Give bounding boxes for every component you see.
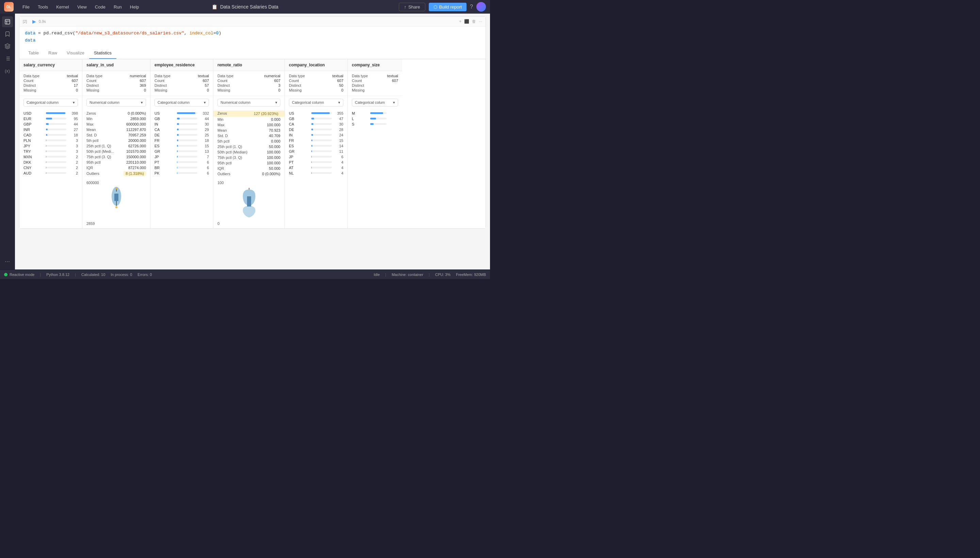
delete-cell-icon[interactable]: 🗑 bbox=[472, 19, 476, 24]
type-badge-remote-ratio[interactable]: Numerical column▾ bbox=[217, 98, 281, 107]
cell-header: [2] ▶ 0.9s + ⬛ 🗑 ··· bbox=[20, 17, 486, 26]
build-report-button[interactable]: ⬡ Build report bbox=[429, 3, 466, 11]
col-meta-company-location: Data typetextual Count607 Distinct50 Mis… bbox=[285, 71, 347, 96]
stat-min: Min2859.000 bbox=[82, 116, 150, 121]
add-cell-icon[interactable]: + bbox=[459, 19, 461, 24]
col-values-company-location: US355 GB47 CA30 DE28 IN24 FR15 ES14 GR11… bbox=[285, 109, 347, 177]
sidebar-icon-pages[interactable] bbox=[2, 16, 13, 27]
output-tabs: Table Raw Visualize Statistics bbox=[20, 48, 486, 59]
notebook-icon: 📋 bbox=[212, 4, 217, 10]
svg-rect-16 bbox=[247, 196, 251, 207]
share-icon: ↑ bbox=[404, 5, 406, 10]
col-meta-remote-ratio: Data typenumerical Count607 Distinct3 Mi… bbox=[213, 71, 284, 96]
exec-time: 0.9s bbox=[39, 20, 46, 23]
val-row-gbp: GBP 44 bbox=[20, 121, 82, 127]
col-header-employee-residence: employee_residence bbox=[150, 59, 213, 71]
stat-zeros-remote: Zeros127 (20.923%) bbox=[213, 111, 284, 117]
val-row-cad: CAD 18 bbox=[20, 132, 82, 138]
code-area[interactable]: data = pd.read_csv("/data/new_s3_datasou… bbox=[20, 26, 486, 48]
reactive-mode-indicator[interactable]: Reactive mode bbox=[4, 272, 34, 277]
sidebar-icon-more[interactable]: ··· bbox=[2, 256, 13, 267]
sidebar-icon-variable[interactable]: (x) bbox=[2, 65, 13, 76]
svg-rect-11 bbox=[114, 194, 118, 201]
menu-file[interactable]: File bbox=[19, 3, 33, 11]
violin-remote-ratio: 100 0 bbox=[213, 178, 284, 228]
stats-container: salary_currency Data typetextual Count60… bbox=[20, 59, 486, 228]
stat-max: Max600000.000 bbox=[82, 121, 150, 127]
val-row-cny: CNY 2 bbox=[20, 165, 82, 171]
stats-col-employee-residence: employee_residence Data typetextual Coun… bbox=[150, 59, 213, 228]
col-values-company-size: M L S bbox=[348, 109, 402, 128]
notebook-title: 📋 Data Science Salaries Data bbox=[212, 4, 278, 10]
menu-help[interactable]: Help bbox=[126, 3, 143, 11]
val-row-pln: PLN 3 bbox=[20, 138, 82, 143]
type-badge-salary-in-usd[interactable]: Numerical column▾ bbox=[87, 98, 146, 107]
col-stats-salary-in-usd: Zeros0 (0.000%) Min2859.000 Max600000.00… bbox=[82, 109, 150, 178]
val-row-inr: INR 27 bbox=[20, 127, 82, 132]
val-row-aud: AUD 2 bbox=[20, 171, 82, 176]
type-badge-salary-currency[interactable]: Categorical column▾ bbox=[23, 98, 78, 107]
col-header-remote-ratio: remote_ratio bbox=[213, 59, 284, 71]
help-icon[interactable]: ? bbox=[470, 4, 473, 10]
stat-outliers: Outliers 8 (1.318%) bbox=[82, 171, 150, 177]
type-badge-employee-residence[interactable]: Categorical column▾ bbox=[154, 98, 209, 107]
tab-visualize[interactable]: Visualize bbox=[62, 48, 89, 59]
python-version: Python 3.8.12 bbox=[46, 272, 69, 277]
reactive-mode-label: Reactive mode bbox=[10, 272, 34, 277]
svg-point-14 bbox=[115, 187, 117, 190]
menu-bar: DL File Tools Kernel View Code Run Help … bbox=[0, 0, 490, 14]
more-options-icon[interactable]: ··· bbox=[479, 19, 482, 24]
share-button[interactable]: ↑ Share bbox=[399, 3, 425, 11]
violin-salary-in-usd: 600000 2859 bbox=[82, 178, 150, 228]
col-header-company-size: company_size bbox=[348, 59, 402, 71]
tab-table[interactable]: Table bbox=[23, 48, 44, 59]
reactive-dot bbox=[4, 273, 8, 276]
violin-top-label-remote: 100 bbox=[217, 181, 223, 185]
menu-run[interactable]: Run bbox=[110, 3, 125, 11]
sidebar-icon-list[interactable] bbox=[2, 53, 13, 64]
tab-raw[interactable]: Raw bbox=[44, 48, 62, 59]
status-bar: Reactive mode | Python 3.8.12 | Calculat… bbox=[0, 269, 490, 279]
sidebar-icon-layers[interactable] bbox=[2, 41, 13, 52]
stat-95th: 95th pctl220110.000 bbox=[82, 159, 150, 165]
cell-menu-icon[interactable]: ⬛ bbox=[464, 19, 469, 24]
sidebar-icon-bookmark[interactable] bbox=[2, 29, 13, 39]
outlier-badge-salary: 8 (1.318%) bbox=[123, 171, 146, 176]
type-badge-company-size[interactable]: Categorical colum▾ bbox=[352, 98, 398, 107]
stat-zeros: Zeros0 (0.000%) bbox=[82, 111, 150, 116]
machine-status: Machine: container bbox=[392, 272, 423, 277]
menu-kernel[interactable]: Kernel bbox=[53, 3, 72, 11]
stats-col-salary-currency: salary_currency Data typetextual Count60… bbox=[20, 59, 82, 228]
col-stats-remote-ratio: Zeros127 (20.923%) Min0.000 Max100.000 M… bbox=[213, 109, 284, 178]
run-button[interactable]: ▶ bbox=[32, 19, 36, 24]
violin-bottom-label-remote: 0 bbox=[217, 222, 220, 226]
left-sidebar: (x) ··· bbox=[0, 14, 15, 269]
cell-actions: + ⬛ 🗑 ··· bbox=[459, 19, 482, 24]
val-row-eur: EUR 95 bbox=[20, 116, 82, 121]
avatar[interactable] bbox=[476, 2, 486, 11]
stat-std: Std. D70957.259 bbox=[82, 132, 150, 138]
val-row-mxn: MXN 2 bbox=[20, 154, 82, 159]
idle-status: Idle bbox=[374, 272, 380, 277]
calculated-count: Calculated: 10 bbox=[81, 272, 105, 277]
stat-5th: 5th pctl20000.000 bbox=[82, 138, 150, 143]
menu-right: ↑ Share ⬡ Build report ? bbox=[399, 2, 486, 11]
in-process-count: In process: 0 bbox=[111, 272, 132, 277]
menu-view[interactable]: View bbox=[74, 3, 90, 11]
tab-statistics[interactable]: Statistics bbox=[89, 48, 117, 59]
notebook-area: [2] ▶ 0.9s + ⬛ 🗑 ··· data = pd.read_csv(… bbox=[15, 14, 490, 269]
col-header-company-location: company_location bbox=[285, 59, 347, 71]
stats-col-company-size: company_size Data typetextual Count607 D… bbox=[348, 59, 402, 228]
violin-top-label-salary: 600000 bbox=[87, 181, 99, 185]
violin-chart-remote bbox=[235, 186, 263, 220]
col-meta-salary-in-usd: Data typenumerical Count607 Distinct369 … bbox=[82, 71, 150, 96]
type-badge-company-location[interactable]: Categorical column▾ bbox=[289, 98, 343, 107]
stats-col-company-location: company_location Data typetextual Count6… bbox=[285, 59, 348, 228]
menu-tools[interactable]: Tools bbox=[34, 3, 51, 11]
cell-2: [2] ▶ 0.9s + ⬛ 🗑 ··· data = pd.read_csv(… bbox=[19, 16, 486, 229]
errors-count: Errors: 0 bbox=[138, 272, 152, 277]
svg-rect-0 bbox=[5, 20, 10, 24]
stat-50th: 50th pctl (Medi...101570.000 bbox=[82, 149, 150, 154]
menu-code[interactable]: Code bbox=[92, 3, 109, 11]
svg-marker-3 bbox=[5, 44, 10, 47]
